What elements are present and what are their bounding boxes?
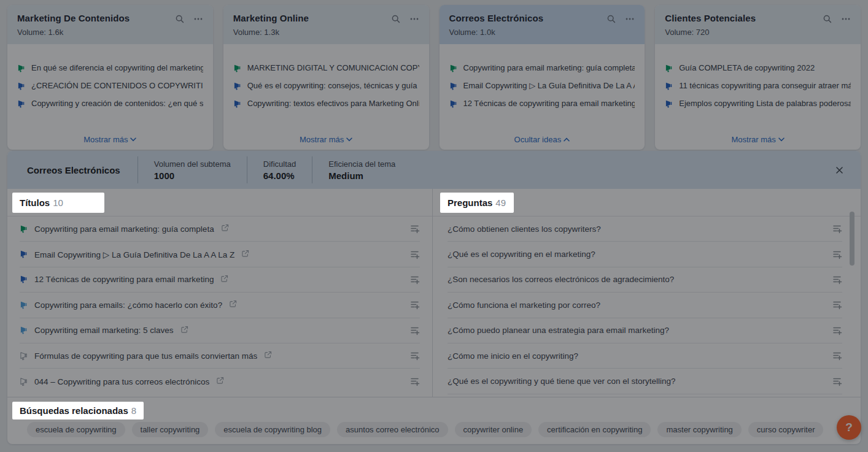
topic-card-clientes-potenciales[interactable]: Clientes Potenciales Volume: 720 Guía CO… [655,5,861,150]
title-row[interactable]: 044 – Copywriting para tus correos elect… [20,369,420,394]
question-row[interactable]: ¿Qué es el copywriting y qué tiene que v… [448,369,842,394]
headline-item[interactable]: Copywriting: textos efectivos para Marke… [233,99,419,109]
title-row[interactable]: Fórmulas de copywriting para que tus ema… [20,343,420,369]
more-options-icon[interactable] [841,14,851,26]
add-to-list-icon[interactable] [410,224,420,234]
related-search-chip[interactable]: master copywriting [657,422,741,437]
search-icon[interactable] [823,14,832,26]
title-row[interactable]: Copywriting email marketing: 5 claves [20,318,420,343]
card-title: Clientes Potenciales [665,13,756,23]
headline-item[interactable]: Qué es el copywriting: consejos, técnica… [233,81,419,91]
related-search-chip[interactable]: asuntos correo electrónico [337,422,448,437]
external-link-icon[interactable] [220,275,228,285]
title-row[interactable]: Copywriting para email marketing: guía c… [20,216,420,242]
related-searches-section: Búsquedas relacionadas8 escuela de copyw… [7,397,861,444]
external-link-icon[interactable] [216,377,224,386]
headline-item[interactable]: Copywriting y creación de contenidos: ¿e… [17,99,203,109]
related-search-chip[interactable]: certificación en copywriting [538,422,651,437]
add-to-list-icon[interactable] [832,250,842,259]
chevron-down-icon [130,137,136,142]
add-to-list-icon[interactable] [410,351,420,361]
topic-card-correos-electronicos[interactable]: Correos Electrónicos Volume: 1.0k Copywr… [440,5,645,150]
add-to-list-icon[interactable] [832,377,842,386]
titles-list: Copywriting para email marketing: guía c… [7,216,432,394]
external-link-icon[interactable] [180,326,188,335]
titles-heading: Títulos10 [12,193,104,213]
help-button[interactable]: ? [837,415,861,440]
show-more-link[interactable]: Mostrar más [655,135,861,144]
hide-ideas-link[interactable]: Ocultar ideas [440,135,645,144]
detail-columns: Títulos10 Copywriting para email marketi… [7,189,861,397]
question-row[interactable]: ¿Son necesarios los correos electrónicos… [448,267,842,293]
topic-research-page: Marketing De Contenidos Volume: 1.6k En … [0,0,868,452]
card-volume: Volume: 1.0k [449,28,544,37]
card-body: MARKETING DIGITAL Y COMUNICACIóN COPYW..… [223,44,429,150]
related-search-chip[interactable]: escuela de copywriting blog [215,422,330,437]
headline-item[interactable]: Copywriting para email marketing: guía c… [449,63,635,73]
titles-column: Títulos10 Copywriting para email marketi… [7,189,433,397]
close-icon[interactable] [835,166,843,174]
question-row[interactable]: ¿Cómo funciona el marketing por correo? [448,293,842,318]
question-row[interactable]: ¿Cómo puedo planear una estrategia para … [448,318,842,343]
titles-count: 10 [53,197,63,208]
card-header: Marketing Online Volume: 1.3k [223,5,429,44]
chevron-up-icon [564,137,570,142]
topic-card-marketing-de-contenidos[interactable]: Marketing De Contenidos Volume: 1.6k En … [7,5,213,150]
add-to-list-icon[interactable] [410,275,420,285]
subtopic-detail-header: Correos Electrónicos Volumen del subtema… [7,151,861,189]
headline-item[interactable]: 12 Técnicas de copywriting para email ma… [449,99,635,109]
show-more-link[interactable]: Mostrar más [223,135,429,144]
add-to-list-icon[interactable] [410,250,420,259]
headline-item[interactable]: MARKETING DIGITAL Y COMUNICACIóN COPYW..… [233,63,419,73]
questions-scrollbar[interactable] [850,212,854,266]
card-title: Marketing Online [233,13,309,23]
related-search-chip[interactable]: taller copywriting [132,422,209,437]
topic-card-marketing-online[interactable]: Marketing Online Volume: 1.3k MARKETING … [223,5,429,150]
more-options-icon[interactable] [625,14,635,26]
megaphone-icon [17,64,26,73]
more-options-icon[interactable] [409,14,419,26]
related-search-chip[interactable]: copywriter online [455,422,532,437]
add-to-list-icon[interactable] [410,377,420,386]
show-more-link[interactable]: Mostrar más [7,135,213,144]
question-row[interactable]: ¿Cómo obtienen clientes los copywriters? [448,216,842,242]
external-link-icon[interactable] [264,351,272,361]
megaphone-icon [20,301,29,310]
topic-cards-row: Marketing De Contenidos Volume: 1.6k En … [7,5,861,150]
more-options-icon[interactable] [193,14,203,26]
add-to-list-icon[interactable] [832,224,842,234]
title-row[interactable]: Copywriting para emails: ¿cómo hacerlo c… [20,293,420,318]
add-to-list-icon[interactable] [832,275,842,285]
megaphone-icon [20,377,29,386]
add-to-list-icon[interactable] [832,300,842,310]
add-to-list-icon[interactable] [832,351,842,361]
title-row[interactable]: Email Copywriting ▷ La Guía Definitiva D… [20,242,420,267]
search-icon[interactable] [606,14,616,26]
question-row[interactable]: ¿Qué es el copywriting en el marketing? [448,242,842,267]
search-icon[interactable] [175,14,185,26]
megaphone-icon [17,99,26,109]
external-link-icon[interactable] [229,300,237,310]
megaphone-icon [665,99,674,109]
stat-topic-efficiency: Eficiencia del tema Medium [312,156,411,183]
add-to-list-icon[interactable] [832,326,842,335]
headline-item[interactable]: ¿CREACIÓN DE CONTENIDOS O COPYWRITING? [17,81,203,91]
questions-list: ¿Cómo obtienen clientes los copywriters?… [433,216,861,394]
headline-item[interactable]: Email Copywriting ▷ La Guía Definitiva D… [449,81,635,91]
chevron-down-icon [778,137,785,142]
related-search-chip[interactable]: curso copywriter [748,422,824,437]
title-row[interactable]: 12 Técnicas de copywriting para email ma… [20,267,420,293]
add-to-list-icon[interactable] [410,326,420,335]
headline-item[interactable]: En qué se diferencia el copywriting del … [17,63,203,73]
search-icon[interactable] [391,14,401,26]
related-search-chip[interactable]: escuela de copywriting [27,422,125,437]
external-link-icon[interactable] [221,224,229,234]
add-to-list-icon[interactable] [410,300,420,310]
headline-item[interactable]: Ejemplos copywriting Lista de palabras p… [665,99,851,109]
external-link-icon[interactable] [241,250,249,259]
card-volume: Volume: 1.6k [17,28,130,37]
megaphone-icon [20,275,29,284]
question-row[interactable]: ¿Cómo me inicio en el copywriting? [448,343,842,369]
headline-item[interactable]: 11 técnicas copywriting para conseguir a… [665,81,851,91]
headline-item[interactable]: Guía COMPLETA de copywriting 2022 [665,63,851,73]
